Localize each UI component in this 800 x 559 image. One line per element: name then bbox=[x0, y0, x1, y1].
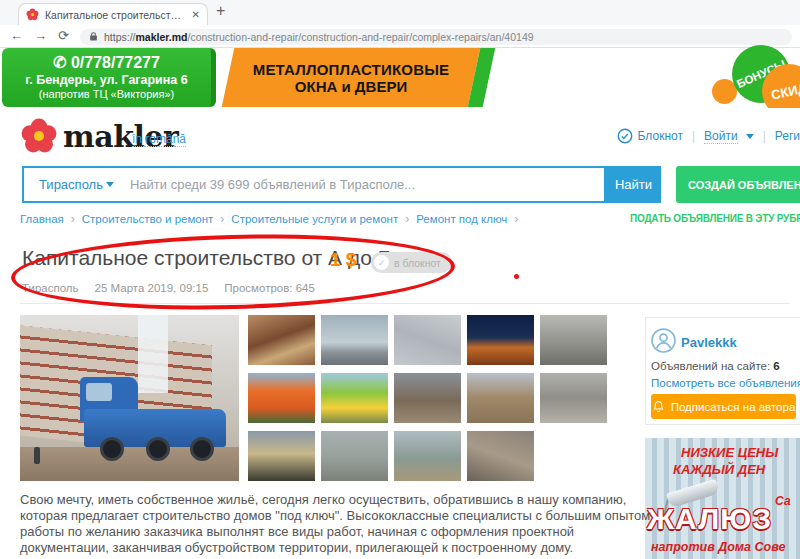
main-photo[interactable] bbox=[20, 315, 239, 481]
url-text: https://makler.md/construction-and-repai… bbox=[104, 31, 534, 43]
gallery-thumbnail-green-building[interactable] bbox=[321, 373, 388, 423]
gallery-thumbnail-night-building[interactable] bbox=[467, 315, 534, 365]
breadcrumb-link[interactable]: Строительные услуги и ремонт bbox=[231, 213, 398, 225]
top-ad-banner[interactable]: ✆ 0/778/77277 г. Бендеры, ул. Гагарина 6… bbox=[0, 48, 800, 108]
listing-description: Свою мечту, иметь собственное жильё, сег… bbox=[20, 492, 652, 556]
bell-icon bbox=[652, 400, 665, 413]
annotation-ellipse bbox=[10, 229, 456, 315]
ad-line2: КАЖДЫЙ ДЕН bbox=[673, 462, 765, 477]
back-icon[interactable]: ← bbox=[10, 28, 23, 43]
breadcrumb-link[interactable]: Строительство и ремонт bbox=[82, 213, 214, 225]
makler-favicon-icon bbox=[26, 8, 39, 21]
breadcrumb-separator: › bbox=[405, 212, 409, 226]
tab-title: Капитальное строительство от bbox=[45, 9, 186, 21]
banner-contact-block: ✆ 0/778/77277 г. Бендеры, ул. Гагарина 6… bbox=[2, 48, 216, 107]
flower-logo-icon bbox=[20, 117, 58, 155]
gallery-thumbnail-polished-floor[interactable] bbox=[394, 315, 461, 365]
annotation-dot bbox=[514, 274, 519, 279]
register-link[interactable]: Реги bbox=[775, 129, 800, 143]
author-name[interactable]: Pavlekkk bbox=[681, 335, 737, 350]
banner-product-line1: МЕТАЛЛОПЛАСТИКОВЫЕ bbox=[253, 61, 450, 78]
gallery-thumbnail-stone-facade[interactable] bbox=[540, 315, 607, 365]
lock-icon bbox=[89, 31, 98, 42]
tab-close-icon[interactable]: ✕ bbox=[192, 9, 200, 20]
gallery-thumbnail-foundation-works[interactable] bbox=[394, 373, 461, 423]
url-domain: makler.md bbox=[136, 31, 188, 43]
photo-crane-window bbox=[86, 383, 112, 401]
gallery-thumbnail-concrete-mixer[interactable] bbox=[321, 315, 388, 365]
breadcrumb-separator: › bbox=[220, 212, 224, 226]
search-box: Тирасполь Найти среди 39 699 объявлений … bbox=[22, 166, 606, 203]
browser-window: Капитальное строительство от ✕ + ← → ⟳ h… bbox=[0, 0, 800, 559]
banner-product-line2: ОКНА и ДВЕРИ bbox=[295, 78, 407, 95]
banner-product-block: МЕТАЛЛОПЛАСТИКОВЫЕ ОКНА и ДВЕРИ bbox=[222, 48, 481, 107]
post-in-category-link[interactable]: ПОДАТЬ ОБЪЯВЛЕНИЕ В ЭТУ РУБРИ bbox=[630, 213, 800, 224]
photo-wheel bbox=[146, 437, 170, 461]
ad-footer: напротив Дома Сове bbox=[651, 540, 785, 554]
breadcrumb-link[interactable]: Главная bbox=[20, 213, 64, 225]
breadcrumb: Главная›Строительство и ремонт›Строитель… bbox=[20, 212, 518, 226]
gallery-thumbnails bbox=[248, 315, 614, 481]
address-input[interactable]: https://makler.md/construction-and-repai… bbox=[80, 29, 792, 45]
url-path: /construction-and-repair/construction-an… bbox=[187, 31, 533, 43]
photo-wheel bbox=[100, 437, 124, 461]
breadcrumb-separator: › bbox=[514, 212, 518, 226]
subscribe-button[interactable]: Подписаться на автора bbox=[651, 394, 796, 419]
photo-person bbox=[34, 447, 40, 464]
find-button[interactable]: Найти bbox=[606, 166, 661, 203]
city-select[interactable]: Тирасполь bbox=[39, 177, 114, 192]
breadcrumb-link[interactable]: Ремонт под ключ bbox=[416, 213, 507, 225]
header-divider: | bbox=[763, 129, 766, 143]
gallery-thumbnail-fence-crane[interactable] bbox=[394, 431, 461, 481]
forward-icon[interactable]: → bbox=[34, 28, 47, 43]
view-all-ads-link[interactable]: Посмотреть все объявления автора bbox=[651, 377, 800, 389]
ad-headline: ЖАЛЮЗ bbox=[647, 502, 772, 536]
url-bar: ← → ⟳ https://makler.md/construction-and… bbox=[0, 25, 800, 48]
banner-address-note: (напротив ТЦ «Виктория») bbox=[2, 88, 211, 100]
ad-line1: НИЗКИЕ ЦЕНЫ bbox=[681, 445, 778, 460]
author-ads-count: Объявлений на сайте: 6 bbox=[651, 360, 780, 372]
header-divider: | bbox=[692, 129, 695, 143]
create-ad-button[interactable]: СОЗДАЙ ОБЪЯВЛЕН bbox=[676, 166, 800, 203]
banner-phone: ✆ 0/778/77277 bbox=[2, 53, 211, 72]
photo-crane-hoist bbox=[138, 315, 168, 393]
gallery-thumbnail-concrete-frame[interactable] bbox=[467, 373, 534, 423]
avatar bbox=[651, 328, 676, 357]
tab-strip: Капитальное строительство от ✕ + bbox=[0, 0, 800, 25]
check-circle-icon bbox=[617, 128, 633, 144]
person-icon bbox=[651, 328, 676, 353]
gallery-thumbnail-interior-hallway[interactable] bbox=[248, 315, 315, 365]
notebook-link[interactable]: Блокнот bbox=[617, 128, 683, 144]
breadcrumb-separator: › bbox=[71, 212, 75, 226]
gallery-thumbnail-demolition-rubble[interactable] bbox=[540, 373, 607, 423]
header-links: Блокнот | Войти | Реги bbox=[617, 128, 800, 144]
chevron-down-icon bbox=[746, 134, 754, 139]
language-link[interactable]: în română bbox=[132, 132, 186, 147]
chevron-down-icon bbox=[106, 182, 114, 187]
ad-line3: Са bbox=[775, 494, 791, 508]
gallery-thumbnail-rebar-grid[interactable] bbox=[467, 431, 534, 481]
banner-address: г. Бендеры, ул. Гагарина 6 bbox=[2, 73, 211, 87]
gallery-thumbnail-orange-building[interactable] bbox=[248, 373, 315, 423]
new-tab-button[interactable]: + bbox=[216, 2, 225, 20]
browser-tab[interactable]: Капитальное строительство от ✕ bbox=[18, 3, 208, 25]
gallery-thumbnail-concrete-embankment[interactable] bbox=[321, 431, 388, 481]
author-box: Pavlekkk Объявлений на сайте: 6 Посмотре… bbox=[645, 317, 800, 425]
search-input[interactable]: Найти среди 39 699 объявлений в Тираспол… bbox=[130, 177, 415, 192]
gallery-thumbnail-classic-building[interactable] bbox=[248, 431, 315, 481]
login-link[interactable]: Войти bbox=[704, 129, 754, 144]
phone-icon: ✆ bbox=[53, 54, 66, 71]
photo-wheel bbox=[190, 437, 214, 461]
refresh-icon[interactable]: ⟳ bbox=[58, 28, 69, 43]
site-header: makler în română Блокнот | Войти | Реги bbox=[0, 108, 800, 165]
url-scheme: https:// bbox=[104, 31, 136, 43]
side-ad-banner[interactable]: НИЗКИЕ ЦЕНЫ КАЖДЫЙ ДЕН Са ЖАЛЮЗ напротив… bbox=[645, 438, 800, 559]
